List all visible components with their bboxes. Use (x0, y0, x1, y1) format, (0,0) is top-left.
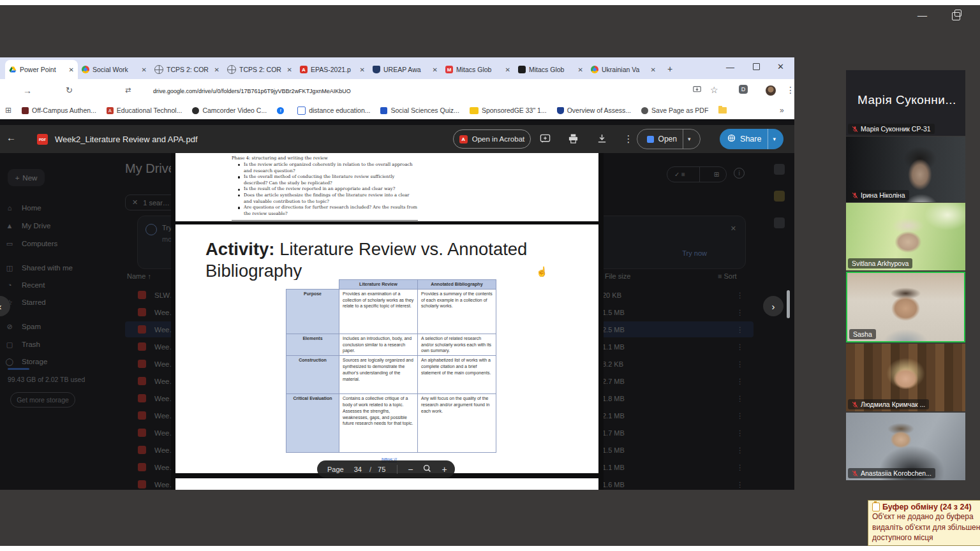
participant-tile-active-speaker[interactable]: Sasha (846, 272, 965, 342)
scrollbar-thumb[interactable] (787, 290, 790, 318)
bookmark-item[interactable]: Social Sciences Quiz... (380, 107, 459, 114)
participant-tile[interactable]: Людмила Кримчак ... (846, 344, 965, 411)
tab-close-icon[interactable]: ✕ (433, 66, 438, 73)
page-footer-rule (232, 220, 418, 221)
table-cell: Any will focus on the quality of the res… (418, 394, 496, 453)
open-with-button[interactable]: Open ▾ (637, 129, 701, 149)
table-cell: Sources are logically organized and synt… (339, 356, 418, 394)
bookmark-item[interactable]: Off-Campus Authen... (22, 107, 96, 114)
print-icon[interactable] (568, 133, 579, 145)
mic-muted-icon (852, 192, 858, 199)
bookmark-item[interactable]: distance education... (297, 107, 370, 115)
extension-icon[interactable]: D (739, 85, 748, 94)
fragment-bullet: Are questions or directions for further … (238, 205, 418, 217)
app-icon (647, 136, 654, 143)
next-page-button[interactable]: › (763, 296, 783, 316)
chevron-down-icon[interactable]: ▾ (688, 136, 691, 142)
globe-favicon (227, 65, 236, 74)
tab-label: Social Work (93, 66, 138, 73)
new-tab-icon[interactable]: + (667, 64, 672, 74)
table-cell: A selection of related research and/or s… (418, 334, 496, 355)
browser-tab[interactable]: UREAP Awa ✕ (369, 60, 442, 79)
mic-muted-icon (852, 470, 858, 477)
drive-favicon (9, 66, 17, 73)
browser-tab[interactable]: A EPAS-2021.p ✕ (296, 60, 369, 79)
browser-tab[interactable]: M Mitacs Glob ✕ (442, 60, 514, 79)
share-button[interactable]: Share ▾ (720, 129, 783, 149)
browser-tab[interactable]: Ukrainian Va ✕ (587, 60, 660, 79)
tab-label: Mitacs Glob (529, 66, 575, 73)
tab-label: Ukrainian Va (602, 66, 648, 73)
participant-name-tag: Людмила Кримчак ... (848, 399, 929, 409)
current-page[interactable]: 34 (354, 466, 362, 473)
tab-close-icon[interactable]: ✕ (214, 66, 219, 73)
participant-tile[interactable]: Ірина Ніколіна (846, 136, 965, 202)
zoom-in-icon[interactable]: + (442, 464, 447, 474)
participant-tile-camera-off[interactable]: Марія Суконни... Марія Суконник СР-31 (846, 70, 965, 136)
add-comment-icon[interactable] (540, 133, 551, 145)
back-arrow-icon[interactable]: ← (6, 132, 16, 143)
folder-icon[interactable] (718, 107, 727, 114)
tab-close-icon[interactable]: ✕ (651, 66, 656, 73)
mic-muted-icon (852, 401, 858, 408)
url-text[interactable]: drive.google.com/drive/u/0/folders/17B76… (153, 88, 351, 94)
blue-frame-icon (297, 107, 306, 115)
participant-tile[interactable]: Svitlana Arkhypova (846, 203, 965, 270)
tab-close-icon[interactable]: ✕ (69, 66, 74, 73)
bookmark-item[interactable]: Save Page as PDF (641, 107, 708, 114)
blue-square-icon (380, 107, 387, 114)
browser-tab[interactable]: Power Point ✕ (5, 60, 78, 79)
browser-tab[interactable]: Social Work ✕ (78, 60, 151, 79)
tab-label: TCPS 2: COR (167, 66, 211, 73)
row-label: Elements (286, 334, 339, 355)
refresh-icon[interactable]: ↻ (66, 85, 73, 95)
browser-tab-strip: Power Point ✕ Social Work ✕ TCPS 2: COR … (0, 57, 794, 79)
site-settings-icon[interactable]: ⇄ (125, 86, 131, 94)
participant-tile[interactable]: Anastasiia Korobchen... (846, 413, 965, 480)
zoom-icon[interactable] (423, 464, 431, 474)
browser-minimize-icon[interactable]: — (726, 62, 734, 72)
bookmark-item[interactable]: f (277, 107, 287, 114)
black-favicon (518, 66, 526, 73)
open-in-acrobat-button[interactable]: A Open in Acrobat (453, 129, 531, 149)
tab-close-icon[interactable]: ✕ (505, 66, 510, 73)
browser-restore-icon[interactable] (753, 63, 760, 70)
chevron-down-icon[interactable]: ▾ (773, 136, 776, 142)
bookmark-item[interactable]: AEducational Technol... (107, 107, 182, 114)
forward-arrow-icon[interactable]: → (23, 85, 32, 96)
table-cell: An alphabetized list of works with a com… (418, 356, 496, 394)
tab-close-icon[interactable]: ✕ (142, 66, 147, 73)
tab-close-icon[interactable]: ✕ (578, 66, 583, 73)
zoom-out-icon[interactable]: − (408, 464, 413, 474)
browser-menu-icon[interactable]: ⋮ (786, 85, 795, 95)
bookmark-item[interactable]: SponsoredGE 33" 1... (470, 107, 547, 114)
colorful-circle-favicon (82, 66, 89, 73)
pdf-page-next-strip (175, 478, 598, 490)
download-icon[interactable] (597, 133, 608, 145)
more-options-icon[interactable]: ⋮ (623, 133, 634, 145)
browser-tab[interactable]: TCPS 2: COR ✕ (151, 60, 223, 79)
bookmarks-overflow-icon[interactable]: » (780, 106, 784, 115)
shield-favicon (373, 66, 380, 73)
participant-big-name: Марія Суконни... (858, 93, 956, 107)
colorful-circle-favicon (591, 66, 598, 73)
bookmark-item[interactable]: Camcorder Video C... (192, 107, 267, 114)
install-icon[interactable] (693, 85, 701, 96)
browser-close-icon[interactable]: ✕ (777, 62, 784, 71)
slide-title: Activity: Literature Review vs. Annotate… (205, 239, 563, 282)
apps-grid-icon[interactable]: ⊞ (5, 106, 11, 115)
browser-tab[interactable]: TCPS 2: COR ✕ (223, 60, 296, 79)
red-square-favicon: M (445, 66, 453, 73)
minimize-icon[interactable]: — (917, 10, 927, 20)
table-cell: Provides an examination of a collection … (339, 289, 418, 334)
tab-close-icon[interactable]: ✕ (287, 66, 292, 73)
table-cell: Includes an introduction, body, and conc… (339, 334, 418, 355)
browser-tab[interactable]: Mitacs Glob ✕ (514, 60, 587, 79)
drive-content-area: +New ⌂Home ▲My Drive ▭Computers ◫Shared … (0, 119, 794, 490)
table-cell: Provides a summary of the contents of ea… (418, 289, 496, 334)
restore-icon[interactable] (952, 11, 960, 23)
tab-close-icon[interactable]: ✕ (360, 66, 365, 73)
bookmark-star-icon[interactable]: ☆ (710, 85, 718, 95)
profile-avatar[interactable] (766, 85, 776, 96)
bookmark-item[interactable]: Overview of Assess... (557, 107, 631, 114)
